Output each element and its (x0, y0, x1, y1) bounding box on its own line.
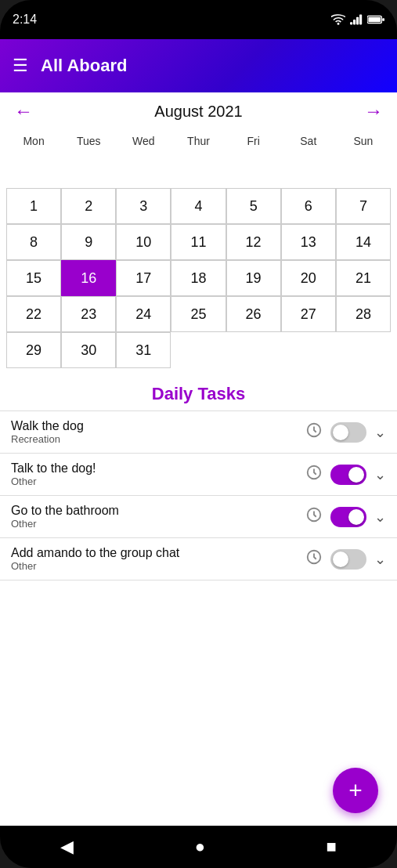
alarm-icon[interactable] (305, 421, 323, 443)
cal-day-header: Sat (281, 130, 336, 152)
cal-cell-28[interactable]: 28 (336, 296, 391, 332)
clock-icon[interactable] (305, 506, 323, 523)
toggle-thumb (348, 509, 364, 525)
task-item: Talk to the dog!Other⌄ (0, 453, 397, 496)
cal-day-header: Mon (6, 130, 61, 152)
cal-cell-7[interactable]: 7 (336, 188, 391, 224)
cal-cell-15[interactable]: 15 (6, 260, 61, 296)
cal-cell-27[interactable]: 27 (281, 296, 336, 332)
calendar-prev-button[interactable]: ← (14, 102, 33, 121)
cal-cell-14[interactable]: 14 (336, 224, 391, 260)
alarm-icon[interactable] (305, 464, 323, 485)
cal-cell-19[interactable]: 19 (226, 260, 281, 296)
tasks-list: Walk the dogRecreation⌄Talk to the dog!O… (0, 410, 397, 580)
task-category: Other (11, 476, 96, 487)
cal-cell-23[interactable]: 23 (61, 296, 116, 332)
calendar-section: ← August 2021 → MonTuesWedThurFriSatSun1… (0, 92, 397, 378)
cal-cell-22[interactable]: 22 (6, 296, 61, 332)
cal-cell-26[interactable]: 26 (226, 296, 281, 332)
cal-cell-24[interactable]: 24 (116, 296, 171, 332)
clock-icon[interactable] (305, 421, 323, 439)
home-button[interactable]: ● (179, 830, 221, 863)
task-text-group: Walk the dogRecreation (11, 419, 84, 445)
cal-cell-31[interactable]: 31 (116, 332, 171, 368)
task-toggle[interactable] (330, 549, 366, 570)
cal-cell-17[interactable]: 17 (116, 260, 171, 296)
cal-cell-16[interactable]: 16 (61, 260, 116, 296)
wifi-icon (331, 14, 345, 25)
toggle-thumb (333, 552, 348, 567)
alarm-icon[interactable] (305, 548, 323, 570)
bottom-nav: ◀ ● ■ (0, 826, 397, 868)
cal-cell-21[interactable]: 21 (336, 260, 391, 296)
task-controls: ⌄ (305, 464, 386, 485)
svg-rect-0 (350, 22, 352, 24)
cal-cell-5[interactable]: 5 (226, 188, 281, 224)
app-title: All Aboard (41, 56, 127, 76)
task-toggle[interactable] (330, 422, 366, 443)
cal-cell-6[interactable]: 6 (281, 188, 336, 224)
cal-cell-18[interactable]: 18 (171, 260, 226, 296)
svg-rect-3 (359, 15, 362, 25)
cal-cell-empty (281, 152, 336, 188)
cal-cell-empty (6, 152, 61, 188)
task-text-group: Go to the bathroomOther (11, 504, 119, 530)
cal-cell-empty (171, 152, 226, 188)
cal-cell-10[interactable]: 10 (116, 224, 171, 260)
task-name: Go to the bathroom (11, 504, 119, 518)
task-item: Add amando to the group chatOther⌄ (0, 537, 397, 580)
cal-cell-25[interactable]: 25 (171, 296, 226, 332)
cal-cell-empty (226, 152, 281, 188)
task-item: Go to the bathroomOther⌄ (0, 495, 397, 538)
chevron-down-icon[interactable]: ⌄ (374, 424, 386, 441)
task-name: Add amando to the group chat (11, 546, 179, 560)
cal-cell-empty (226, 332, 281, 368)
clock-icon[interactable] (305, 464, 323, 481)
clock-icon[interactable] (305, 548, 323, 566)
battery-icon (367, 15, 384, 24)
calendar-month-year: August 2021 (154, 103, 242, 121)
hamburger-icon[interactable]: ☰ (13, 56, 28, 76)
cal-cell-empty (336, 152, 391, 188)
tasks-title: Daily Tasks (0, 384, 397, 404)
back-button[interactable]: ◀ (45, 830, 89, 863)
cal-cell-20[interactable]: 20 (281, 260, 336, 296)
alarm-icon[interactable] (305, 506, 323, 527)
recents-button[interactable]: ■ (310, 830, 352, 863)
task-toggle[interactable] (330, 507, 366, 527)
svg-rect-1 (353, 20, 355, 24)
cal-cell-empty (116, 152, 171, 188)
calendar-next-button[interactable]: → (364, 102, 383, 121)
cal-cell-4[interactable]: 4 (171, 188, 226, 224)
add-task-fab[interactable]: + (333, 768, 378, 813)
phone-shell: 2:14 ☰ All Aboard (0, 0, 397, 868)
task-text-group: Talk to the dog!Other (11, 461, 96, 487)
cal-cell-2[interactable]: 2 (61, 188, 116, 224)
task-name: Talk to the dog! (11, 461, 96, 476)
cal-cell-11[interactable]: 11 (171, 224, 226, 260)
chevron-down-icon[interactable]: ⌄ (374, 508, 386, 526)
cal-cell-1[interactable]: 1 (6, 188, 61, 224)
cal-cell-empty (61, 152, 116, 188)
cal-day-header: Tues (61, 130, 116, 152)
status-icons (331, 14, 384, 25)
svg-rect-5 (382, 18, 384, 21)
cal-cell-13[interactable]: 13 (281, 224, 336, 260)
chevron-down-icon[interactable]: ⌄ (374, 551, 386, 568)
task-category: Other (11, 518, 119, 530)
task-item: Walk the dogRecreation⌄ (0, 410, 397, 454)
status-bar: 2:14 (0, 0, 397, 39)
cal-day-header: Sun (336, 130, 391, 152)
calendar-grid: MonTuesWedThurFriSatSun12345678910111213… (6, 130, 391, 368)
cal-day-header: Thur (171, 130, 226, 152)
cal-cell-3[interactable]: 3 (116, 188, 171, 224)
cal-cell-empty (171, 332, 226, 368)
cal-cell-30[interactable]: 30 (61, 332, 116, 368)
cal-cell-9[interactable]: 9 (61, 224, 116, 260)
task-toggle[interactable] (330, 465, 366, 485)
chevron-down-icon[interactable]: ⌄ (374, 466, 386, 483)
cal-cell-8[interactable]: 8 (6, 224, 61, 260)
cal-cell-12[interactable]: 12 (226, 224, 281, 260)
cal-cell-29[interactable]: 29 (6, 332, 61, 368)
task-text-group: Add amando to the group chatOther (11, 546, 179, 572)
